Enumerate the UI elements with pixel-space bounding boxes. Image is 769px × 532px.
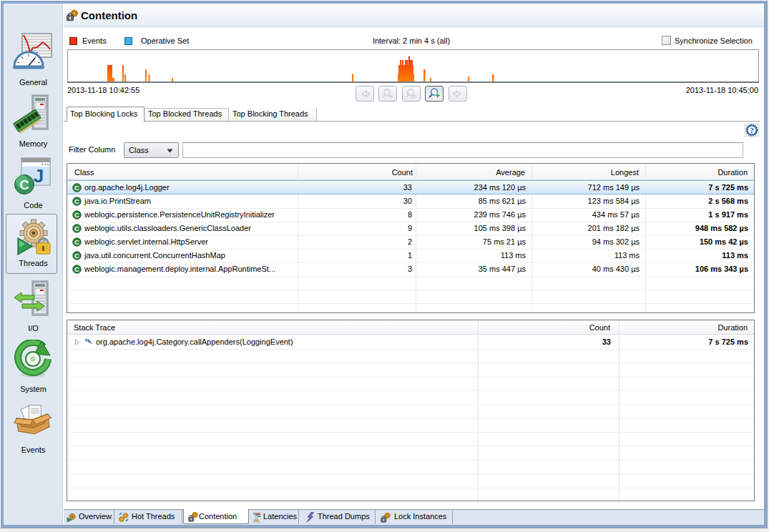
svg-text:C: C <box>19 177 29 192</box>
svg-text:C: C <box>74 238 79 246</box>
svg-text:C: C <box>74 197 79 205</box>
svg-text:C: C <box>74 252 79 260</box>
svg-text:J: J <box>34 165 44 187</box>
svg-text:C: C <box>74 265 79 273</box>
svg-text:C: C <box>74 184 79 192</box>
svg-text:C: C <box>74 211 79 219</box>
svg-text:C: C <box>74 225 79 232</box>
svg-text:?: ? <box>750 126 754 134</box>
